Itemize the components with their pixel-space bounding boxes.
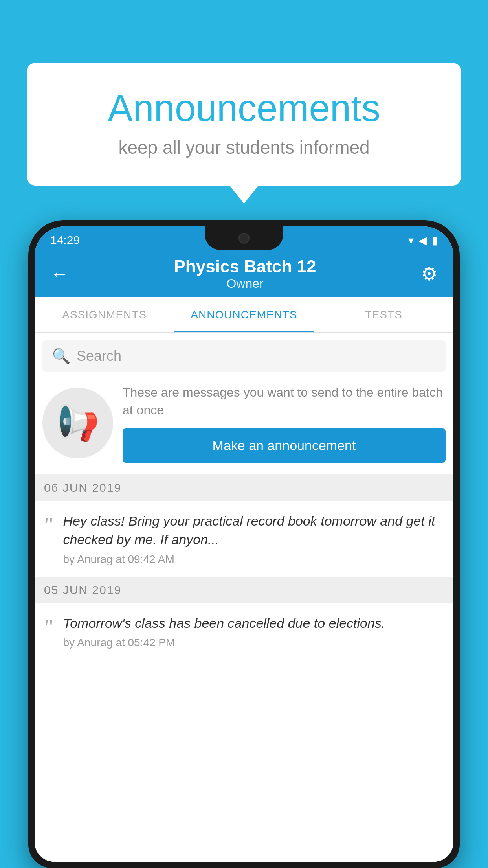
date-separator-2: 05 JUN 2019	[35, 577, 453, 603]
app-bar-title-group: Physics Batch 12 Owner	[73, 257, 417, 291]
app-bar-title: Physics Batch 12	[73, 257, 417, 276]
tab-announcements[interactable]: ANNOUNCEMENTS	[174, 297, 314, 332]
tab-assignments[interactable]: ASSIGNMENTS	[35, 297, 174, 332]
announcement-text-1: Hey class! Bring your practical record b…	[63, 512, 444, 549]
camera	[238, 233, 250, 244]
announcement-item-2[interactable]: " Tomorrow's class has been cancelled du…	[35, 603, 453, 661]
phone-frame: 14:29 ▾ ◀ ▮ ← Physics Batch 12 Owner ⚙ A…	[28, 220, 460, 868]
bubble-title: Announcements	[58, 86, 430, 130]
announcement-content-2: Tomorrow's class has been cancelled due …	[63, 614, 444, 649]
phone-notch	[205, 226, 283, 250]
bubble-subtitle: keep all your students informed	[58, 137, 430, 158]
app-bar-subtitle: Owner	[73, 276, 417, 291]
announcement-prompt: 📢 These are messages you want to send to…	[35, 372, 453, 475]
status-icons: ▾ ◀ ▮	[408, 234, 438, 247]
phone-inner: 14:29 ▾ ◀ ▮ ← Physics Batch 12 Owner ⚙ A…	[35, 226, 453, 862]
announcement-meta-1: by Anurag at 09:42 AM	[63, 553, 444, 566]
megaphone-circle: 📢	[42, 388, 113, 458]
speech-bubble-container: Announcements keep all your students inf…	[27, 63, 461, 186]
announcement-content-1: Hey class! Bring your practical record b…	[63, 512, 444, 566]
search-placeholder-text: Search	[77, 348, 121, 364]
announcement-text-2: Tomorrow's class has been cancelled due …	[63, 614, 444, 633]
announcement-meta-2: by Anurag at 05:42 PM	[63, 636, 444, 649]
prompt-right: These are messages you want to send to t…	[123, 384, 446, 463]
search-bar[interactable]: 🔍 Search	[42, 340, 446, 372]
signal-icon: ◀	[418, 234, 427, 247]
quote-icon-2: "	[44, 616, 54, 639]
prompt-description: These are messages you want to send to t…	[123, 384, 446, 419]
settings-button[interactable]: ⚙	[417, 259, 442, 289]
make-announcement-button[interactable]: Make an announcement	[123, 428, 446, 463]
announcement-item-1[interactable]: " Hey class! Bring your practical record…	[35, 501, 453, 577]
battery-icon: ▮	[432, 234, 438, 247]
tab-tests[interactable]: TESTS	[314, 297, 453, 332]
status-time: 14:29	[50, 234, 80, 247]
tabs-bar: ASSIGNMENTS ANNOUNCEMENTS TESTS	[35, 297, 453, 333]
app-bar: ← Physics Batch 12 Owner ⚙	[35, 250, 453, 297]
content-area: 🔍 Search 📢 These are messages you want t…	[35, 333, 453, 862]
speech-bubble: Announcements keep all your students inf…	[27, 63, 461, 186]
date-separator-1: 06 JUN 2019	[35, 475, 453, 501]
megaphone-icon: 📢	[56, 403, 99, 443]
wifi-icon: ▾	[408, 234, 414, 247]
back-button[interactable]: ←	[46, 259, 73, 289]
search-icon: 🔍	[52, 348, 70, 365]
quote-icon-1: "	[44, 513, 54, 537]
